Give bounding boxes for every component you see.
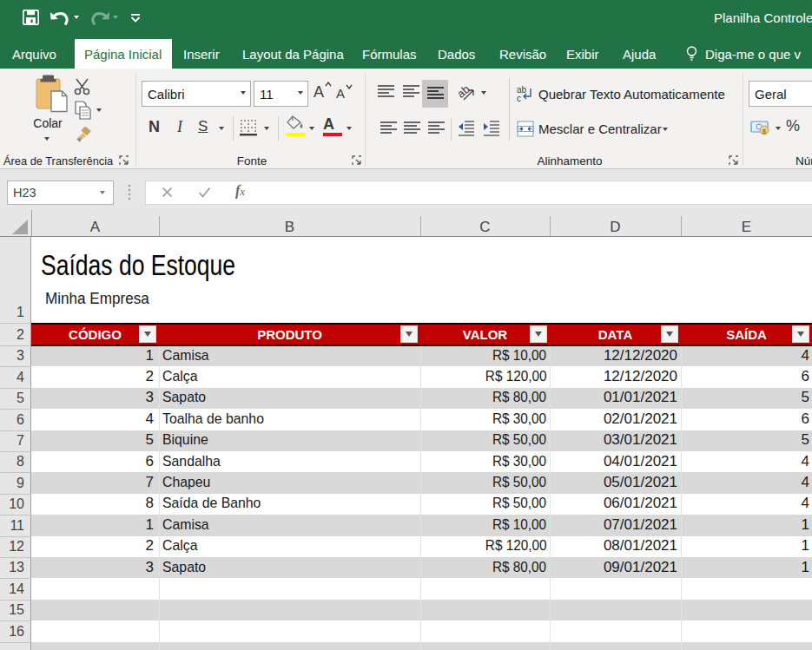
svg-text:$: $: [762, 128, 767, 135]
svg-text:c: c: [517, 94, 521, 102]
